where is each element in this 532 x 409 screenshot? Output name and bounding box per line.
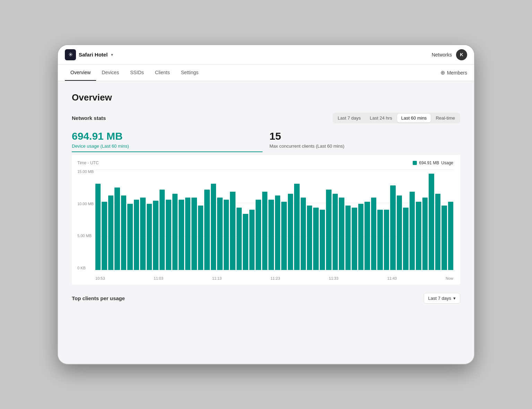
bar-item [108,195,113,270]
bar-item [416,202,421,270]
y-label-mid2: 5.00 MB [77,234,95,238]
y-axis-labels: 15.00 MB 10.00 MB 5.00 MB 0 KB [77,169,95,270]
dropdown-chevron-icon: ▾ [453,296,456,301]
bar-item [172,194,178,270]
bar-item [333,194,338,270]
chart-time-label: Time - UTC [77,160,99,165]
filter-last-24-hrs[interactable]: Last 24 hrs [366,114,396,122]
time-filter-group: Last 7 days Last 24 hrs Last 60 mins Rea… [333,113,460,123]
secondary-metric: 15 Max concurrent clients (Last 60 mins) [269,130,460,152]
y-label-bottom: 0 KB [77,266,95,270]
bar-item [140,198,145,270]
x-label-2: 11:03 [154,276,163,280]
bar-item [114,188,120,270]
bar-item [268,200,274,270]
x-label-5: 11:33 [329,276,338,280]
site-name: Safari Hotel [79,52,108,58]
bar-item [243,214,248,270]
bar-item [237,208,242,270]
filter-last-7-days[interactable]: Last 7 days [334,114,365,122]
bar-item [185,198,190,270]
bar-item [249,210,255,270]
bottom-section: Top clients per usage Last 7 days ▾ [72,293,460,304]
bar-item [262,192,267,270]
bar-item [326,190,331,270]
bar-item [288,194,293,270]
bar-item [320,210,325,270]
bar-item [377,210,383,270]
bar-item [352,208,357,270]
bar-item [153,201,158,270]
site-dropdown-icon[interactable]: ▾ [111,52,113,57]
bar-item [435,194,440,270]
bar-item [134,200,139,270]
metrics-row: 694.91 MB Device usage (Last 60 mins) 15… [72,130,460,152]
x-label-now: Now [446,276,453,280]
tab-settings[interactable]: Settings [175,64,204,81]
bar-item [217,198,222,270]
add-member-icon: ⊕ [440,69,445,76]
bar-item [448,202,453,270]
legend-value: 694.91 MB [419,160,439,165]
main-content: Overview Network stats Last 7 days Last … [58,81,474,364]
bar-item [294,184,299,270]
bar-item [160,190,165,270]
device-frame: ✳ Safari Hotel ▾ Networks K Overview Dev… [58,45,474,364]
legend-color-dot [413,161,417,165]
bar-item [403,208,408,270]
bar-item [121,195,126,270]
y-label-top: 15.00 MB [77,169,95,174]
bar-item [147,204,152,270]
x-label-4: 11:23 [271,276,280,280]
bar-item [371,198,376,270]
tab-clients[interactable]: Clients [149,64,175,81]
bar-item [301,198,306,270]
members-button[interactable]: ⊕ Members [440,69,467,76]
top-clients-title: Top clients per usage [72,295,125,301]
bar-item [127,204,132,270]
top-bar-right: Networks K [432,49,467,60]
x-axis-labels: 10:53 11:03 11:13 11:23 11:33 11:43 Now [95,276,453,280]
primary-metric: 694.91 MB Device usage (Last 60 mins) [72,130,263,152]
bar-item [179,200,184,270]
legend-label: Usage [441,160,453,165]
bar-item [307,206,312,270]
bar-item [358,204,363,270]
networks-link[interactable]: Networks [432,52,452,58]
app-logo: ✳ [65,49,76,60]
bars-area [95,169,453,270]
primary-metric-label: Device usage (Last 60 mins) [72,143,263,149]
bar-item [275,195,280,270]
user-avatar[interactable]: K [456,49,467,60]
bar-item [211,184,216,270]
nav-tabs: Overview Devices SSIDs Clients Settings [65,64,204,81]
x-label-1: 10:53 [95,276,105,280]
top-clients-dropdown[interactable]: Last 7 days ▾ [424,293,461,304]
top-bar: ✳ Safari Hotel ▾ Networks K [58,45,474,64]
chart-meta: Time - UTC 694.91 MB Usage [77,160,453,165]
logo-area[interactable]: ✳ Safari Hotel ▾ [65,49,113,60]
chart-area: Time - UTC 694.91 MB Usage 15.00 MB [72,155,460,285]
chart-legend: 694.91 MB Usage [413,160,453,165]
bar-item [230,192,235,270]
bar-item [204,190,209,270]
bar-item [313,208,318,270]
filter-last-60-mins[interactable]: Last 60 mins [397,114,431,122]
stats-header: Network stats Last 7 days Last 24 hrs La… [72,113,460,123]
filter-realtime[interactable]: Real-time [431,114,459,122]
top-clients-dropdown-label: Last 7 days [428,296,452,301]
bar-item [384,210,389,270]
x-label-6: 11:43 [387,276,397,280]
bar-item [95,184,101,270]
bar-item [198,206,203,270]
bar-item [224,200,229,270]
bar-item [397,195,402,270]
page-title: Overview [72,92,460,103]
bar-item [429,174,434,270]
tab-devices[interactable]: Devices [96,64,125,81]
y-label-mid1: 10.00 MB [77,202,95,206]
tab-overview[interactable]: Overview [65,64,96,81]
nav-bar: Overview Devices SSIDs Clients Settings … [58,64,474,81]
tab-ssids[interactable]: SSIDs [125,64,149,81]
secondary-metric-label: Max concurrent clients (Last 60 mins) [269,143,460,149]
